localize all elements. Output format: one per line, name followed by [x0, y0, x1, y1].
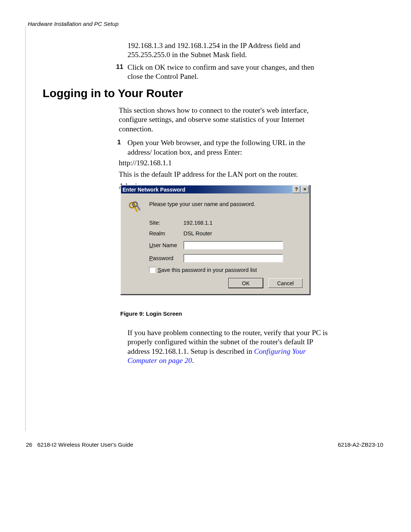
continuation-paragraph: 192.168.1.3 and 192.168.1.254 in the IP … [127, 41, 329, 60]
figure-caption: Figure 9: Login Screen [120, 310, 182, 317]
cancel-button[interactable]: Cancel [268, 278, 303, 288]
realm-label: Realm [149, 230, 183, 236]
step-1-text: Open your Web browser, and type the foll… [127, 139, 305, 156]
section-intro: This section shows how to connect to the… [119, 106, 330, 134]
realm-value: DSL Router [183, 230, 212, 236]
username-label: User Name [149, 242, 183, 248]
post-figure-paragraph: If you have problem connecting to the ro… [127, 328, 329, 366]
ok-button[interactable]: OK [229, 278, 263, 288]
login-dialog: Enter Network Password ? × Please type y… [120, 185, 310, 295]
close-button[interactable]: × [301, 186, 309, 193]
help-button[interactable]: ? [293, 186, 300, 193]
keys-icon [128, 201, 149, 215]
site-label: Site: [149, 220, 183, 226]
password-input[interactable] [183, 254, 283, 262]
site-value: 192.168.1.1 [183, 220, 213, 226]
step-1-note-1: This is the default IP address for the L… [119, 170, 330, 179]
footer-doc-code: 6218-A2-ZB23-10 [338, 441, 383, 448]
footer-title: 6218-I2 Wireless Router User's Guide [37, 441, 133, 448]
step-1-url: http://192.168.1.1 [119, 158, 330, 168]
step-number-1: 1 [117, 138, 121, 146]
section-heading: Logging in to Your Router [43, 87, 183, 100]
step-number-11: 11 [116, 63, 123, 71]
step-11-text: Click on OK twice to confirm and save yo… [127, 63, 329, 81]
save-password-checkbox[interactable] [149, 267, 155, 273]
dialog-titlebar[interactable]: Enter Network Password ? × [121, 185, 309, 193]
margin-rule [25, 27, 26, 431]
password-label: Password [149, 255, 183, 261]
dialog-instruction: Please type your user name and password. [149, 201, 255, 207]
dialog-title: Enter Network Password [123, 187, 185, 193]
save-password-label: Save this password in your password list [158, 267, 257, 273]
username-input[interactable] [183, 241, 283, 249]
running-head: Hardware Installation and PC Setup [28, 21, 118, 27]
page-number: 26 [26, 441, 32, 448]
